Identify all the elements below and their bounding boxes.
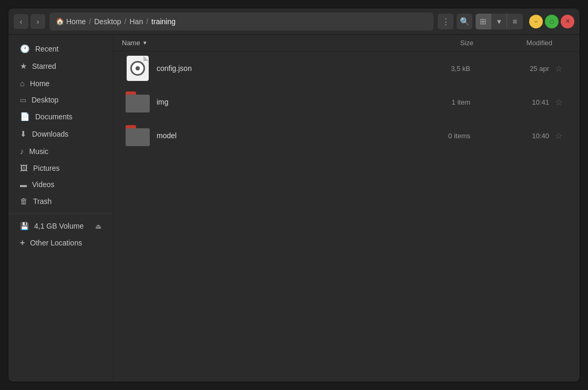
file-size-model: 0 items (407, 132, 470, 140)
file-size-img: 1 item (407, 98, 470, 106)
sidebar-item-desktop[interactable]: ▭ Desktop (12, 92, 110, 108)
sidebar-item-pictures[interactable]: 🖼 Pictures (12, 160, 110, 176)
downloads-icon: ⬇ (20, 129, 27, 139)
recent-icon: 🕐 (20, 44, 30, 54)
file-manager-window: ‹ › 🏠 Home / Desktop / Han / training ⋮ … (8, 8, 580, 382)
file-modified-config-json: 25 apr (470, 65, 549, 73)
sidebar-label-starred: Starred (32, 62, 56, 70)
table-row[interactable]: img 1 item 10:41 ☆ (117, 86, 576, 118)
volume-icon: 💾 (20, 222, 29, 230)
sidebar-label-trash: Trash (33, 197, 51, 206)
sidebar-label-downloads: Downloads (32, 130, 68, 138)
sidebar-label-other-locations: Other Locations (30, 239, 82, 247)
breadcrumb-home: Home (66, 17, 86, 26)
file-name-config-json: config.json (157, 64, 407, 73)
list-view-button[interactable]: ≡ (507, 14, 523, 29)
eject-button[interactable]: ⏏ (95, 222, 101, 230)
file-size-config-json: 3,5 kB (407, 65, 470, 73)
breadcrumb-han: Han (130, 17, 143, 26)
file-list-header: Name ▼ Size Modified (114, 35, 580, 52)
documents-icon: 📄 (20, 112, 30, 121)
sidebar-item-trash[interactable]: 🗑 Trash (12, 193, 110, 209)
star-button-config-json[interactable]: ☆ (549, 64, 568, 74)
search-button[interactable]: 🔍 (457, 14, 472, 29)
table-row[interactable]: model 0 items 10:40 ☆ (117, 120, 576, 151)
sidebar-item-starred[interactable]: ★ Starred (12, 58, 110, 75)
titlebar: ‹ › 🏠 Home / Desktop / Han / training ⋮ … (8, 8, 580, 35)
file-icon-model (125, 123, 150, 148)
header-name-label: Name (122, 39, 140, 47)
titlebar-actions: ⋮ 🔍 ⊞ ▾ ≡ − □ ✕ (438, 14, 574, 29)
trash-icon: 🗑 (20, 197, 28, 206)
sidebar-item-documents[interactable]: 📄 Documents (12, 108, 110, 125)
breadcrumb-current: training (151, 17, 176, 26)
nav-buttons: ‹ › (14, 14, 45, 29)
sidebar-item-other-locations[interactable]: + Other Locations (12, 234, 110, 251)
sidebar-item-downloads[interactable]: ⬇ Downloads (12, 126, 110, 142)
sort-icon: ▼ (142, 40, 148, 46)
header-size: Size (410, 39, 473, 47)
file-icon-img (125, 89, 150, 115)
sidebar-label-documents: Documents (35, 112, 73, 121)
videos-icon: ▬ (20, 181, 27, 189)
sidebar-item-videos[interactable]: ▬ Videos (12, 177, 110, 192)
star-button-img[interactable]: ☆ (549, 97, 568, 107)
sidebar: 🕐 Recent ★ Starred ⌂ Home ▭ Desktop 📄 Do… (8, 35, 114, 382)
table-row[interactable]: config.json 3,5 kB 25 apr ☆ (117, 53, 576, 84)
close-button[interactable]: ✕ (561, 15, 574, 28)
other-locations-icon: + (20, 238, 25, 248)
forward-button[interactable]: › (30, 14, 45, 29)
breadcrumb-desktop: Desktop (94, 17, 121, 26)
sidebar-item-volume[interactable]: 💾 4,1 GB Volume ⏏ (12, 218, 110, 234)
sidebar-item-music[interactable]: ♪ Music (12, 143, 110, 159)
main-file-area: Name ▼ Size Modified config.json (114, 35, 580, 382)
sidebar-label-recent: Recent (35, 45, 58, 53)
sidebar-label-pictures: Pictures (33, 164, 60, 172)
starred-icon: ★ (20, 61, 27, 71)
sidebar-item-recent[interactable]: 🕐 Recent (12, 40, 110, 57)
header-name[interactable]: Name ▼ (122, 39, 410, 47)
back-button[interactable]: ‹ (14, 14, 28, 29)
desktop-icon: ▭ (20, 96, 26, 104)
window-controls: − □ ✕ (529, 15, 574, 28)
file-name-model: model (157, 131, 407, 140)
content-area: 🕐 Recent ★ Starred ⌂ Home ▭ Desktop 📄 Do… (8, 35, 580, 382)
sidebar-item-home[interactable]: ⌂ Home (12, 75, 110, 91)
header-modified: Modified (473, 39, 552, 47)
pictures-icon: 🖼 (20, 163, 28, 172)
file-icon-config-json (125, 56, 150, 81)
home-icon: ⌂ (20, 79, 25, 88)
breadcrumb[interactable]: 🏠 Home / Desktop / Han / training (49, 13, 434, 30)
music-icon: ♪ (20, 147, 24, 156)
file-modified-model: 10:40 (470, 132, 549, 140)
grid-view-button[interactable]: ⊞ (476, 14, 491, 29)
list-view-dropdown[interactable]: ▾ (491, 14, 507, 29)
sidebar-label-desktop: Desktop (32, 96, 58, 104)
maximize-button[interactable]: □ (545, 15, 559, 28)
star-button-model[interactable]: ☆ (549, 131, 568, 141)
menu-button[interactable]: ⋮ (438, 14, 453, 29)
sidebar-label-videos: Videos (32, 180, 55, 189)
view-toggle: ⊞ ▾ ≡ (476, 14, 523, 29)
sidebar-label-volume: 4,1 GB Volume (34, 222, 84, 230)
sidebar-label-home: Home (30, 79, 49, 88)
file-modified-img: 10:41 (470, 98, 549, 106)
sidebar-label-music: Music (29, 147, 49, 156)
minimize-button[interactable]: − (529, 15, 543, 28)
file-name-img: img (157, 98, 407, 106)
